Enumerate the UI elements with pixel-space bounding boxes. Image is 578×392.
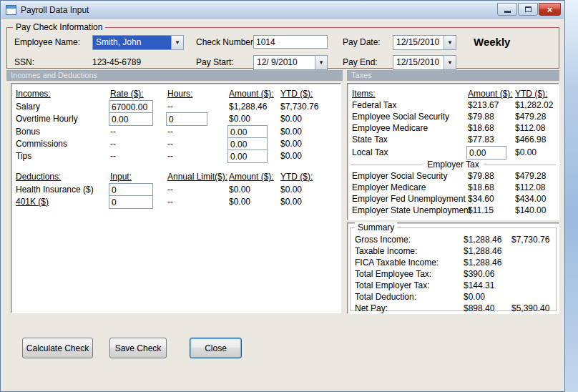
chevron-down-icon[interactable]: ▼ (444, 56, 456, 69)
tax-label: Employer Social Security (352, 171, 447, 181)
income-amount: $0.00 (229, 114, 250, 124)
summary-amount: $0.00 (464, 292, 485, 302)
summary-ytd: $7,730.76 (511, 235, 549, 245)
chevron-down-icon[interactable]: ▼ (315, 56, 327, 69)
overtime-rate-input[interactable] (109, 112, 153, 126)
ssn-label: SSN: (14, 57, 34, 67)
tax-ytd: $479.28 (515, 171, 546, 181)
tax-ytd: $140.00 (515, 205, 546, 215)
tips-amount-input[interactable] (227, 150, 268, 163)
summary-amount: $1,288.46 (464, 246, 501, 256)
close-icon: × (547, 5, 553, 14)
employee-name-combobox[interactable]: Smith, John ▼ (92, 35, 184, 50)
summary-panel: Summary Gross Income: $1,288.46 $7,730.7… (347, 222, 559, 314)
incomes-col-header: Incomes: (16, 89, 51, 99)
tax-amount: $79.88 (468, 171, 494, 181)
pay-end-value: 12/15/2010 (393, 56, 444, 69)
deduction-ytd: $0.00 (280, 185, 302, 195)
deduction-label-401k: 401K ($) (16, 197, 49, 207)
income-hours: -- (167, 151, 173, 161)
paycheck-info-group: Pay Check Information Employee Name: Smi… (6, 27, 559, 69)
income-ytd: $0.00 (280, 114, 302, 124)
titlebar[interactable]: Payroll Data Input × (1, 1, 564, 19)
close-window-button[interactable]: × (539, 3, 561, 16)
minimize-icon (504, 11, 511, 13)
tax-ytd: $112.08 (515, 123, 546, 133)
income-label: Salary (16, 102, 40, 112)
items-col-header: Items: (352, 89, 376, 99)
tax-row-employer-medicare: Employer Medicare $18.68 $112.08 (348, 182, 559, 195)
chevron-down-icon[interactable]: ▼ (171, 36, 183, 49)
summary-label: Total Employer Tax: (355, 280, 430, 290)
summary-label: Gross Income: (355, 235, 411, 245)
maximize-button[interactable] (518, 3, 538, 16)
401k-input[interactable] (109, 195, 153, 209)
income-amount: $1,288.46 (229, 102, 267, 112)
check-number-input[interactable] (253, 35, 328, 49)
payroll-window: Payroll Data Input × Pay Check Informati… (0, 0, 565, 392)
employee-name-value: Smith, John (93, 36, 171, 49)
summary-ytd: $5,390.40 (511, 303, 549, 313)
income-label: Tips (16, 151, 31, 161)
close-button[interactable]: Close (190, 338, 242, 358)
income-rate: -- (110, 151, 116, 161)
local-tax-input[interactable] (466, 146, 506, 160)
taxes-header-row: Items: Amount ($): YTD ($): (348, 89, 559, 101)
summary-row-total-deduction: Total Deduction: $0.00 (348, 292, 559, 304)
deduction-row-401k: 401K ($) -- $0.00 $0.00 (11, 197, 341, 209)
income-hours: -- (167, 102, 173, 112)
income-rate: -- (110, 139, 116, 149)
income-row-tips: Tips -- -- $0.00 (11, 151, 341, 163)
tax-label: Federal Tax (352, 100, 396, 110)
employer-tax-divider: Employer Tax (351, 160, 556, 170)
tax-amount: $77.83 (468, 134, 494, 144)
income-ytd: $0.00 (280, 139, 302, 149)
hours-col-header: Hours: (167, 89, 192, 99)
pay-date-picker[interactable]: 12/15/2010 ▼ (393, 35, 456, 50)
employer-tax-title: Employer Tax (423, 160, 483, 170)
paycheck-info-title: Pay Check Information (13, 22, 105, 32)
tax-amount: $11.15 (468, 205, 494, 215)
calculate-check-button[interactable]: Calculate Check (22, 338, 93, 358)
deductions-col-header: Deductions: (16, 172, 61, 182)
deduction-amount: $0.00 (229, 197, 250, 207)
income-row-overtime: Overtime Hourly $0.00 $0.00 (11, 114, 341, 126)
employee-name-label: Employee Name: (14, 37, 80, 47)
income-hours: -- (167, 139, 173, 149)
summary-row-taxable: Taxable Income: $1,288.46 (348, 246, 559, 258)
tax-amount: $18.68 (468, 182, 494, 192)
save-check-button[interactable]: Save Check (109, 338, 167, 358)
summary-label: FICA Taxable Income: (355, 258, 439, 268)
income-ytd: $0.00 (280, 127, 302, 137)
summary-label: Total Deduction: (355, 292, 416, 302)
summary-amount: $144.31 (464, 280, 494, 290)
desktop-background: Payroll Data Input × Pay Check Informati… (0, 0, 578, 392)
divider-line (351, 165, 423, 165)
tax-label: Employer Medicare (352, 182, 426, 192)
tax-ytd: $1,282.02 (515, 100, 553, 110)
deduction-label: Health Insurance ($) (16, 185, 94, 195)
overtime-hours-input[interactable] (166, 112, 207, 126)
income-row-bonus: Bonus -- -- $0.00 (11, 127, 341, 139)
income-rate: -- (110, 127, 116, 137)
income-hours: -- (167, 127, 173, 137)
amount-col-header: Amount ($): (229, 89, 274, 99)
tax-amount: $34.60 (468, 194, 494, 204)
deductions-header-row: Deductions: Input: Annual Limit($): Amou… (11, 172, 341, 184)
tax-row-employee-ss: Employee Social Security $79.88 $479.28 (348, 112, 559, 124)
summary-amount: $390.06 (464, 269, 494, 279)
chevron-down-icon[interactable]: ▼ (444, 36, 456, 49)
tax-label: State Tax (352, 134, 388, 144)
incomes-section-band: Incomes and Deductions (6, 70, 343, 81)
deduction-amount: $0.00 (229, 185, 250, 195)
minimize-button[interactable] (497, 3, 517, 16)
pay-frequency-label: Weekly (474, 36, 510, 48)
summary-label: Net Pay: (355, 303, 388, 313)
pay-start-picker[interactable]: 12/ 9/2010 ▼ (253, 55, 328, 70)
pay-end-picker[interactable]: 12/15/2010 ▼ (393, 55, 456, 70)
tax-ytd: $0.00 (515, 147, 537, 157)
tax-amount: $213.67 (468, 100, 499, 110)
incomes-header-row: Incomes: Rate ($): Hours: Amount ($): YT… (11, 89, 341, 101)
check-number-label: Check Number: (196, 37, 255, 47)
deduction-limit: -- (167, 185, 173, 195)
